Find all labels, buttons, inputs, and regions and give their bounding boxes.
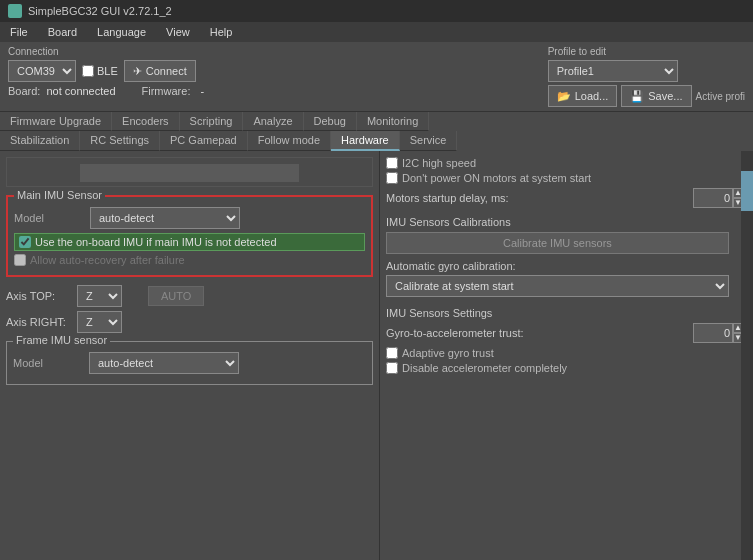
- no-power-motors-checkbox[interactable]: [386, 172, 398, 184]
- main-content: Main IMU Sensor Model auto-detect Use th…: [0, 151, 753, 560]
- scrollbar-thumb: [741, 171, 753, 211]
- title-bar: SimpleBGC32 GUI v2.72.1_2: [0, 0, 753, 22]
- i2c-label: I2C high speed: [402, 157, 476, 169]
- profile-select[interactable]: Profile1: [548, 60, 678, 82]
- frame-model-label: Model: [13, 357, 83, 369]
- board-info: Board: not connected Firmware: -: [8, 85, 204, 97]
- no-power-motors-row: Don't power ON motors at system start: [386, 172, 747, 184]
- motors-delay-label: Motors startup delay, ms:: [386, 192, 687, 204]
- tab-encoders[interactable]: Encoders: [112, 112, 179, 131]
- axis-top-select[interactable]: Z: [77, 285, 122, 307]
- gyro-trust-row: Gyro-to-accelerometer trust: ▲ ▼: [386, 323, 747, 343]
- connection-label: Connection: [8, 46, 204, 57]
- i2c-checkbox-row: I2C high speed: [386, 157, 747, 169]
- auto-gyro-select[interactable]: Calibrate at system start: [386, 275, 729, 297]
- app-icon: [8, 4, 22, 18]
- motors-delay-row: Motors startup delay, ms: ▲ ▼: [386, 188, 747, 208]
- connect-icon: ✈: [133, 65, 142, 78]
- gyro-trust-input[interactable]: [693, 323, 733, 343]
- no-power-motors-label: Don't power ON motors at system start: [402, 172, 591, 184]
- gyro-trust-label: Gyro-to-accelerometer trust:: [386, 327, 687, 339]
- partial-top-content: [6, 157, 373, 187]
- model-row: Model auto-detect: [14, 207, 365, 229]
- allow-auto-recovery-label: Allow auto-recovery after failure: [30, 254, 185, 266]
- load-icon: 📂: [557, 90, 571, 103]
- port-select[interactable]: COM39: [8, 60, 76, 82]
- connect-button[interactable]: ✈ Connect: [124, 60, 196, 82]
- menu-view[interactable]: View: [162, 24, 194, 40]
- right-scrollbar[interactable]: [741, 151, 753, 560]
- tab-hardware[interactable]: Hardware: [331, 131, 400, 151]
- menu-help[interactable]: Help: [206, 24, 237, 40]
- tabs-upper: Firmware Upgrade Encoders Scripting Anal…: [0, 112, 753, 131]
- main-imu-model-select[interactable]: auto-detect: [90, 207, 240, 229]
- load-button[interactable]: 📂 Load...: [548, 85, 618, 107]
- disable-accel-row: Disable accelerometer completely: [386, 362, 747, 374]
- menu-file[interactable]: File: [6, 24, 32, 40]
- active-profile-label: Active profi: [696, 91, 745, 102]
- auto-gyro-label: Automatic gyro calibration:: [386, 260, 747, 272]
- tab-analyze[interactable]: Analyze: [243, 112, 303, 131]
- axis-right-row: Axis RIGHT: Z: [6, 311, 373, 333]
- menu-language[interactable]: Language: [93, 24, 150, 40]
- tab-service[interactable]: Service: [400, 131, 458, 151]
- save-icon: 💾: [630, 90, 644, 103]
- axis-top-row: Axis TOP: Z AUTO: [6, 285, 373, 307]
- use-onboard-checkbox[interactable]: [19, 236, 31, 248]
- save-button[interactable]: 💾 Save...: [621, 85, 691, 107]
- ble-checkbox[interactable]: [82, 65, 94, 77]
- menu-board[interactable]: Board: [44, 24, 81, 40]
- top-section: Connection COM39 BLE ✈ Connect Board: no…: [0, 42, 753, 112]
- motors-delay-spinner: ▲ ▼: [693, 188, 747, 208]
- axis-right-label: Axis RIGHT:: [6, 316, 71, 328]
- profile-label: Profile to edit: [548, 46, 745, 57]
- frame-imu-title: Frame IMU sensor: [13, 334, 110, 346]
- tab-rc-settings[interactable]: RC Settings: [80, 131, 160, 151]
- adaptive-gyro-label: Adaptive gyro trust: [402, 347, 494, 359]
- auto-button[interactable]: AUTO: [148, 286, 204, 306]
- tab-debug[interactable]: Debug: [304, 112, 357, 131]
- allow-auto-recovery-row: Allow auto-recovery after failure: [14, 254, 365, 266]
- imu-settings-section: IMU Sensors Settings Gyro-to-acceleromet…: [386, 307, 747, 374]
- tab-firmware-upgrade[interactable]: Firmware Upgrade: [0, 112, 112, 131]
- main-imu-sensor-group: Main IMU Sensor Model auto-detect Use th…: [6, 195, 373, 277]
- imu-settings-title: IMU Sensors Settings: [386, 307, 747, 319]
- use-onboard-row: Use the on-board IMU if main IMU is not …: [14, 233, 365, 251]
- right-panel: I2C high speed Don't power ON motors at …: [380, 151, 753, 560]
- tab-monitoring[interactable]: Monitoring: [357, 112, 429, 131]
- tab-follow-mode[interactable]: Follow mode: [248, 131, 331, 151]
- calibrate-imu-button[interactable]: Calibrate IMU sensors: [386, 232, 729, 254]
- axis-top-label: Axis TOP:: [6, 290, 71, 302]
- adaptive-gyro-row: Adaptive gyro trust: [386, 347, 747, 359]
- model-label: Model: [14, 212, 84, 224]
- i2c-checkbox[interactable]: [386, 157, 398, 169]
- axis-right-select[interactable]: Z: [77, 311, 122, 333]
- gyro-trust-spinner: ▲ ▼: [693, 323, 747, 343]
- tab-stabilization[interactable]: Stabilization: [0, 131, 80, 151]
- tabs-lower: Stabilization RC Settings PC Gamepad Fol…: [0, 131, 753, 151]
- adaptive-gyro-checkbox[interactable]: [386, 347, 398, 359]
- tabs-container: Firmware Upgrade Encoders Scripting Anal…: [0, 112, 753, 151]
- profile-group: Profile to edit Profile1 📂 Load... 💾 Sav…: [548, 46, 745, 107]
- menu-bar: File Board Language View Help: [0, 22, 753, 42]
- left-panel: Main IMU Sensor Model auto-detect Use th…: [0, 151, 380, 560]
- frame-imu-model-select[interactable]: auto-detect: [89, 352, 239, 374]
- frame-model-row: Model auto-detect: [13, 352, 366, 374]
- imu-calibrations-title: IMU Sensors Calibrations: [386, 216, 747, 228]
- axis-section: Axis TOP: Z AUTO Axis RIGHT: Z: [6, 285, 373, 333]
- disable-accel-checkbox[interactable]: [386, 362, 398, 374]
- window-title: SimpleBGC32 GUI v2.72.1_2: [28, 5, 172, 17]
- frame-imu-sensor-group: Frame IMU sensor Model auto-detect: [6, 341, 373, 385]
- disable-accel-label: Disable accelerometer completely: [402, 362, 567, 374]
- motors-delay-input[interactable]: [693, 188, 733, 208]
- tab-pc-gamepad[interactable]: PC Gamepad: [160, 131, 248, 151]
- use-onboard-label: Use the on-board IMU if main IMU is not …: [35, 236, 277, 248]
- imu-calibrations-section: IMU Sensors Calibrations Calibrate IMU s…: [386, 216, 747, 297]
- tab-scripting[interactable]: Scripting: [180, 112, 244, 131]
- main-imu-title: Main IMU Sensor: [14, 189, 105, 201]
- connection-group: Connection COM39 BLE ✈ Connect Board: no…: [8, 46, 204, 97]
- ble-checkbox-label: BLE: [82, 65, 118, 77]
- allow-auto-recovery-checkbox[interactable]: [14, 254, 26, 266]
